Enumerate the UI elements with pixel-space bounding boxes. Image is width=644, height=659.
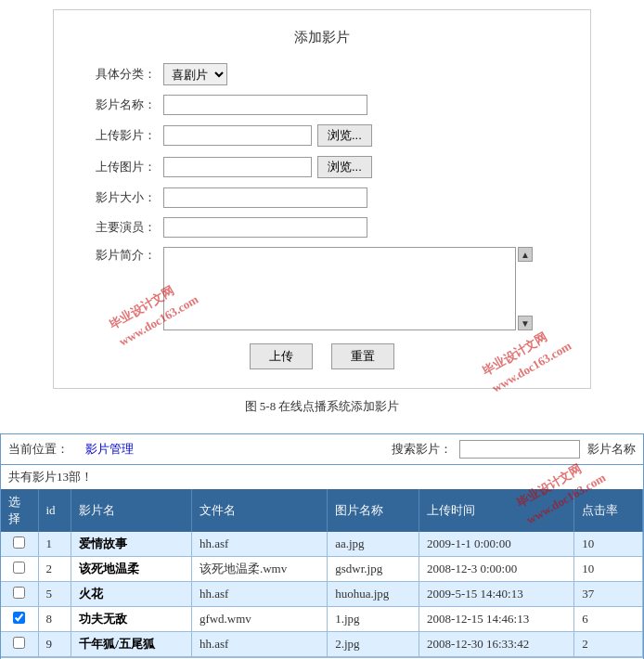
cell-uploadtime: 2008-12-3 0:00:00 (419, 557, 574, 582)
col-name: 影片名 (71, 489, 192, 532)
page-wrapper: 添加影片 具体分类： 喜剧片 影片名称： 上传影片： 浏览... 上传图片： 浏… (0, 0, 644, 659)
row-checkbox[interactable] (13, 587, 25, 599)
cell-filename: 该死地温柔.wmv (191, 557, 327, 582)
name-input[interactable] (163, 95, 367, 115)
record-count: 共有影片13部！ (1, 465, 643, 489)
browse-film-button[interactable]: 浏览... (317, 124, 372, 147)
location-link[interactable]: 影片管理 (85, 441, 134, 458)
cell-clicks: 6 (574, 607, 643, 632)
intro-row: 影片简介： ▲ ▼ (82, 247, 562, 330)
cell-id: 8 (38, 607, 71, 632)
upload-film-row: 上传影片： 浏览... (82, 124, 562, 147)
cell-imgname: 1.jpg (328, 607, 419, 632)
upload-image-label: 上传图片： (82, 159, 156, 175)
upload-button[interactable]: 上传 (250, 343, 313, 369)
actors-input[interactable] (163, 217, 367, 238)
upload-image-row: 上传图片： 浏览... (82, 156, 562, 178)
upload-film-input[interactable] (163, 125, 312, 146)
cell-checkbox[interactable] (1, 557, 38, 582)
cell-name: 火花 (71, 582, 192, 607)
category-select[interactable]: 喜剧片 (163, 63, 227, 85)
search-type-label: 影片名称 (587, 441, 636, 458)
cell-filename: hh.asf (191, 632, 327, 657)
cell-clicks: 37 (574, 582, 643, 607)
row-checkbox[interactable] (13, 612, 25, 624)
cell-uploadtime: 2009-1-1 0:00:00 (419, 532, 574, 557)
table-row: 1 爱情故事 hh.asf aa.jpg 2009-1-1 0:00:00 10 (1, 532, 643, 557)
cell-uploadtime: 2008-12-15 14:46:13 (419, 607, 574, 632)
cell-filename: hh.asf (191, 532, 327, 557)
cell-id: 1 (38, 532, 71, 557)
col-imgname: 图片名称 (328, 489, 419, 532)
actors-row: 主要演员： (82, 217, 562, 238)
cell-checkbox[interactable] (1, 582, 38, 607)
size-row: 影片大小： (82, 187, 562, 208)
table-header-row: 选择 id 影片名 文件名 图片名称 上传时间 点击率 (1, 489, 643, 532)
row-checkbox[interactable] (13, 562, 25, 574)
cell-checkbox[interactable] (1, 632, 38, 657)
size-label: 影片大小： (82, 189, 156, 206)
table-row: 5 火花 hh.asf huohua.jpg 2009-5-15 14:40:1… (1, 582, 643, 607)
table-section: 当前位置： 影片管理 搜索影片： 影片名称 毕业设计文网 www.doc163.… (0, 433, 644, 659)
cell-checkbox[interactable] (1, 532, 38, 557)
cell-uploadtime: 2009-5-15 14:40:13 (419, 582, 574, 607)
intro-label: 影片简介： (82, 247, 156, 264)
search-label: 搜索影片： (392, 441, 452, 458)
table-row: 2 该死地温柔 该死地温柔.wmv gsdwr.jpg 2008-12-3 0:… (1, 557, 643, 582)
row-checkbox[interactable] (13, 637, 25, 649)
col-id: id (38, 489, 71, 532)
search-input[interactable] (459, 440, 580, 459)
cell-uploadtime: 2008-12-30 16:33:42 (419, 632, 574, 657)
reset-button[interactable]: 重置 (331, 343, 394, 369)
cell-imgname: gsdwr.jpg (328, 557, 419, 582)
scrollbar-up-icon[interactable]: ▲ (518, 247, 533, 262)
cell-imgname: huohua.jpg (328, 582, 419, 607)
actors-label: 主要演员： (82, 219, 156, 236)
upload-image-input[interactable] (163, 157, 312, 177)
cell-name: 爱情故事 (71, 532, 192, 557)
table-row: 9 千年狐/五尾狐 hh.asf 2.jpg 2008-12-30 16:33:… (1, 632, 643, 657)
col-select: 选择 (1, 489, 38, 532)
size-input[interactable] (163, 187, 367, 208)
cell-imgname: 2.jpg (328, 632, 419, 657)
cell-id: 9 (38, 632, 71, 657)
cell-checkbox[interactable] (1, 607, 38, 632)
table-toolbar: 当前位置： 影片管理 搜索影片： 影片名称 (1, 434, 643, 465)
figure1-caption: 图 5-8 在线点播系统添加影片 (0, 398, 644, 415)
add-film-form: 添加影片 具体分类： 喜剧片 影片名称： 上传影片： 浏览... 上传图片： 浏… (53, 9, 591, 389)
location-prefix: 当前位置： (8, 441, 69, 458)
name-label: 影片名称： (82, 97, 156, 113)
cell-clicks: 10 (574, 557, 643, 582)
cell-id: 5 (38, 582, 71, 607)
table-row: 8 功夫无敌 gfwd.wmv 1.jpg 2008-12-15 14:46:1… (1, 607, 643, 632)
name-row: 影片名称： (82, 95, 562, 115)
cell-name: 千年狐/五尾狐 (71, 632, 192, 657)
data-table: 选择 id 影片名 文件名 图片名称 上传时间 点击率 1 爱情故事 hh.as… (1, 489, 643, 657)
cell-clicks: 2 (574, 632, 643, 657)
scrollbar-down-icon[interactable]: ▼ (518, 316, 533, 330)
intro-textarea[interactable] (163, 247, 516, 330)
cell-id: 2 (38, 557, 71, 582)
browse-image-button[interactable]: 浏览... (317, 156, 372, 178)
col-clicks: 点击率 (574, 489, 643, 532)
cell-name: 功夫无敌 (71, 607, 192, 632)
col-uploadtime: 上传时间 (419, 489, 574, 532)
cell-filename: hh.asf (191, 582, 327, 607)
category-row: 具体分类： 喜剧片 (82, 63, 562, 85)
form-title: 添加影片 (82, 29, 562, 46)
cell-filename: gfwd.wmv (191, 607, 327, 632)
row-checkbox[interactable] (13, 536, 25, 549)
upload-film-label: 上传影片： (82, 127, 156, 144)
col-filename: 文件名 (191, 489, 327, 532)
form-buttons: 上传 重置 (82, 343, 562, 369)
cell-name: 该死地温柔 (71, 557, 192, 582)
cell-imgname: aa.jpg (328, 532, 419, 557)
cell-clicks: 10 (574, 532, 643, 557)
category-label: 具体分类： (82, 66, 156, 83)
